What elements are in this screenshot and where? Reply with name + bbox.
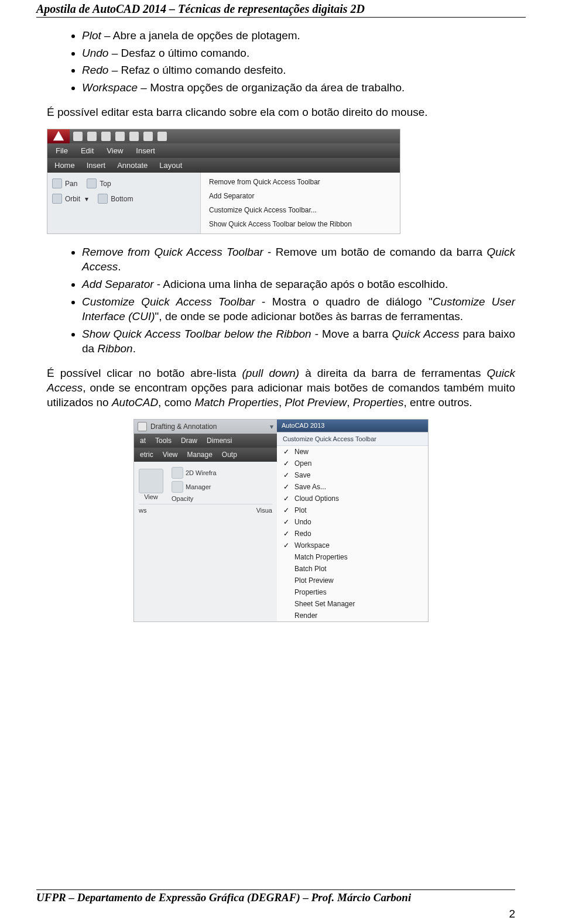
term: Undo [82,47,108,59]
label: View [139,493,163,500]
tab-item: View [163,451,178,459]
italic: Match Properties [194,396,279,408]
wireframe-icon [172,467,183,479]
tab-insert: Insert [87,161,106,170]
paragraph: É possível clicar no botão abre-lista (p… [47,366,515,410]
text: - Adiciona uma linha de separação após o… [154,278,448,290]
tool-orbit: Orbit ▾ [52,194,88,204]
tail: ", de onde se pode adicionar botões às b… [155,310,463,322]
dropdown-item-label: Save [294,471,310,479]
menu-item-below-ribbon: Show Quick Access Toolbar below the Ribb… [201,217,400,231]
check-icon: ✓ [283,506,290,514]
description: – Mostra opções de organização da área d… [138,81,405,94]
text: - Remove um botão de comando da barra [263,246,487,258]
dropdown-item: Plot Preview [277,575,428,586]
dropdown-item: ✓Save [277,469,428,481]
dropdown-item: ✓Redo [277,528,428,540]
check-icon: ✓ [283,459,290,468]
term: Customize Quick Access Toolbar [82,296,255,308]
term2: Quick Access [392,328,459,340]
check-icon: ✓ [283,541,290,549]
tool-top: Top [87,178,111,188]
dropdown-item-label: Batch Plot [294,565,327,573]
italic: Plot Preview [285,396,347,408]
dropdown-item: ✓Plot [277,504,428,516]
tab-home: Home [54,161,75,170]
italic: (pull down) [242,367,300,379]
dropdown-item-label: Cloud Options [294,494,339,503]
check-icon: ✓ [283,471,290,479]
menu-item-customize: Customize Quick Access Toolbar... [201,203,400,217]
term: Show Quick Access Toolbar below the Ribb… [82,328,311,340]
tool-pan: Pan [52,178,77,188]
check-icon: ✓ [283,483,290,491]
text: É possível clicar no botão abre-lista [47,367,242,379]
bottom-icon [98,194,108,204]
ribbon-tabs: Home Insert Annotate Layout [47,158,400,173]
label: Pan [65,180,77,188]
dropdown-item: ✓New [277,446,428,458]
dropdown-list: ✓New✓Open✓Save✓Save As...✓Cloud Options✓… [277,446,428,621]
dropdown-item: ✓Workspace [277,540,428,551]
workspace-switcher: Drafting & Annotation ▾ [134,420,277,434]
dropdown-item: Batch Plot [277,563,428,575]
dropdown-item-label: Workspace [294,541,330,549]
qat-plot-icon [129,132,139,141]
description: – Desfaz o último comando. [108,47,249,59]
top-icon [87,178,97,188]
ribbon-panel: View 2D Wirefra Manager Opacity ws Visua [134,462,277,621]
qat-new-icon [73,132,83,141]
app-title: AutoCAD 2013 [277,420,428,432]
tab-annotate: Annotate [117,161,148,170]
dropdown-item: ✓Open [277,458,428,469]
screenshot-1: File Edit View Insert Home Insert Annota… [47,129,515,234]
list-item: Remove from Quick Access Toolbar - Remov… [82,245,515,274]
term: Workspace [82,81,138,94]
menu-item: Tools [155,437,172,445]
menu-item: Draw [181,437,197,445]
dropdown-item-label: Redo [294,530,311,538]
list-item: Add Separator - Adiciona uma linha de se… [82,277,515,292]
qat-redo-icon [157,132,167,141]
dropdown-item-label: Save As... [294,483,326,491]
menu-view: View [107,146,123,155]
menu-bar: at Tools Draw Dimensi [134,434,277,448]
menu-item: Dimensi [207,437,232,445]
italic: AutoCAD [112,396,158,408]
tab-item: etric [140,451,153,459]
term: Plot [82,29,101,42]
text: , entre outros. [403,396,472,408]
check-icon: ✓ [283,494,290,503]
list-item: Workspace – Mostra opções de organização… [82,80,515,95]
dropdown-item-label: Render [294,612,317,620]
menu-item-remove: Remove from Quick Access Toolbar [201,175,400,189]
list-item: Redo – Refaz o último comando desfeito. [82,63,515,78]
term3: Ribbon [97,342,132,355]
dropdown-item: Sheet Set Manager [277,598,428,610]
term: Remove from Quick Access Toolbar [82,246,263,258]
document-header: Apostila de AutoCAD 2014 – Técnicas de r… [36,0,526,18]
menu-insert: Insert [136,146,155,155]
manager-icon [172,481,183,493]
ribbon-tabs: etric View Manage Outp [134,448,277,462]
dropdown-item-label: Match Properties [294,553,348,561]
dropdown-item-label: Plot [294,506,307,514]
term: Redo [82,64,108,76]
qat-saveas-icon [115,132,125,141]
bullet-list-2: Remove from Quick Access Toolbar - Remov… [47,245,515,356]
paragraph: É possível editar esta barra clicando so… [47,105,515,119]
screenshot-2: Drafting & Annotation ▾ at Tools Draw Di… [47,419,515,622]
list-item: Show Quick Access Toolbar below the Ribb… [82,327,515,356]
text: - Move a barra [311,328,392,340]
label: ws [139,507,146,514]
text: , [279,396,285,408]
dropdown-item: Render [277,610,428,621]
dropdown-item: ✓Cloud Options [277,493,428,504]
list-item: Customize Quick Access Toolbar - Mostra … [82,294,515,324]
menu-edit: Edit [81,146,94,155]
text: à direita da barra de ferramentas [299,367,486,379]
check-icon: ✓ [283,518,290,526]
qat-save-icon [101,132,111,141]
list-item: Plot – Abre a janela de opções de plotag… [82,28,515,43]
footer-text: UFPR – Departamento de Expressão Gráfica… [36,889,515,904]
